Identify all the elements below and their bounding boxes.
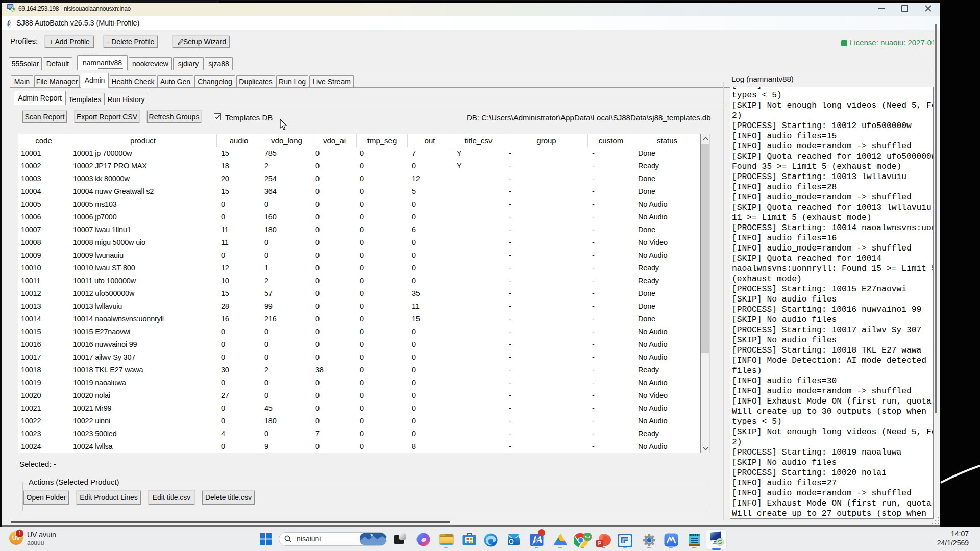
svg-text:SJ: SJ <box>585 535 590 539</box>
svg-text:P: P <box>598 541 602 546</box>
